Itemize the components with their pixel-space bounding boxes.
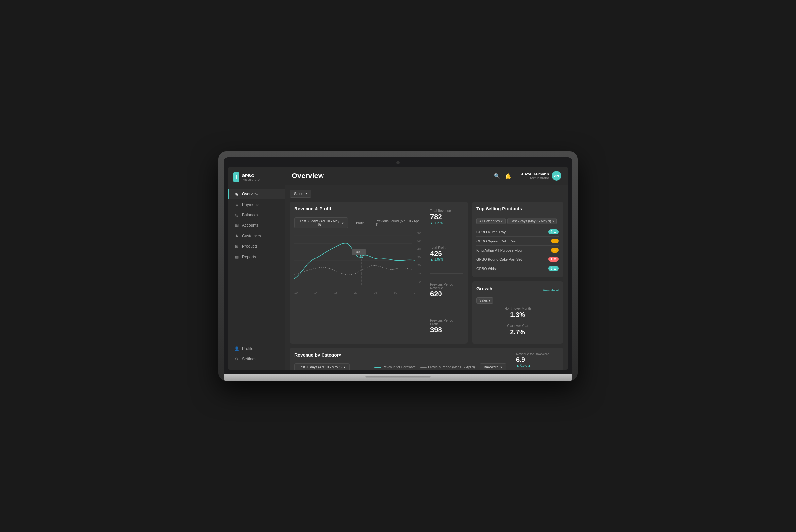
rev-cat-date-label: Last 30 days (Apr 10 - May 9) bbox=[299, 365, 342, 369]
bakeware-line-indicator bbox=[375, 367, 381, 368]
stat-divider bbox=[430, 309, 463, 309]
sales-filter-label: Sales bbox=[294, 192, 303, 196]
category-filter-dropdown[interactable]: All Categories ▾ bbox=[476, 218, 506, 224]
sidebar-item-label: Overview bbox=[242, 192, 259, 196]
total-profit-value: 426 bbox=[430, 250, 463, 257]
sales-filter-dropdown[interactable]: Sales ▾ bbox=[290, 190, 311, 198]
product-name: GPBO Square Cake Pan bbox=[476, 239, 516, 243]
app-name: GPBO bbox=[242, 173, 261, 178]
chevron-down-icon: ▾ bbox=[552, 219, 554, 223]
prev-revenue-value: 620 bbox=[430, 290, 463, 298]
sidebar-item-overview[interactable]: ◉ Overview bbox=[228, 189, 285, 200]
product-name: GPBO Muffin Tray bbox=[476, 230, 506, 234]
growth-card-header: Growth View detail bbox=[476, 286, 559, 294]
mom-value: 1.3% bbox=[476, 311, 559, 319]
sidebar-logo: GPBO Pittsburgh, PA bbox=[228, 167, 285, 186]
mom-label: Month-over-Month bbox=[476, 307, 559, 310]
legend-profit-label: Profit bbox=[356, 221, 363, 225]
chart-section: Revenue & Profit Last 30 days (Apr 10 - … bbox=[290, 202, 425, 344]
revenue-profit-title: Revenue & Profit bbox=[295, 206, 331, 211]
rev-cat-date-dropdown[interactable]: Last 30 days (Apr 10 - May 9) ▾ bbox=[295, 363, 349, 369]
bakeware-revenue-stat: Revenue for Bakeware 6.9 ▲ 0.5K ▲ bbox=[516, 352, 559, 367]
products-date-label: Last 7 days (May 3 - May 9) bbox=[510, 219, 551, 223]
camera-notch bbox=[396, 161, 400, 164]
revenue-category-title: Revenue by Category bbox=[295, 352, 341, 358]
prev-line-indicator bbox=[420, 367, 427, 368]
total-profit-stat: Total Profit 426 ▲ 1.07% bbox=[430, 246, 463, 262]
sidebar-item-customers[interactable]: ♟ Customers bbox=[228, 231, 285, 241]
sidebar-item-profile[interactable]: 👤 Profile bbox=[228, 343, 285, 354]
user-name: Alexe Heimann bbox=[521, 172, 549, 176]
stat-divider bbox=[430, 273, 463, 273]
product-badge: — bbox=[551, 239, 559, 244]
profile-icon: 👤 bbox=[234, 346, 239, 351]
sidebar-item-balances[interactable]: ◎ Balances bbox=[228, 210, 285, 220]
growth-filter-label: Sales bbox=[479, 299, 488, 302]
balances-icon: ◎ bbox=[234, 213, 239, 217]
sidebar-nav: ◉ Overview ≡ Payments ◎ Balances ▦ Accou… bbox=[228, 186, 285, 341]
overview-icon: ◉ bbox=[234, 192, 239, 196]
sidebar-item-label: Customers bbox=[242, 234, 261, 238]
sidebar-item-accounts[interactable]: ▦ Accounts bbox=[228, 220, 285, 231]
category-select-dropdown[interactable]: Bakeware ▾ bbox=[480, 363, 506, 369]
prev-revenue-stat: Previous Period - Revenue 620 bbox=[430, 283, 463, 298]
topbar: Overview 🔍 🔔 Alexe Heimann Administrator… bbox=[285, 167, 568, 185]
total-revenue-stat: Total Revenue 782 ▲ 1.26% bbox=[430, 209, 463, 225]
products-date-dropdown[interactable]: Last 7 days (May 3 - May 9) ▾ bbox=[508, 218, 557, 224]
content-area: Sales ▾ Revenue & Profit bbox=[285, 185, 568, 369]
chevron-down-icon: ▾ bbox=[500, 365, 502, 369]
user-info: Alexe Heimann Administrator AH bbox=[521, 171, 562, 181]
sidebar-item-label: Accounts bbox=[242, 223, 258, 228]
growth-card: Growth View detail Sales ▾ Month-over-Mo… bbox=[472, 281, 563, 344]
user-text: Alexe Heimann Administrator bbox=[521, 172, 549, 180]
product-row: GPBO Square Cake Pan — bbox=[476, 236, 559, 246]
laptop-bottom bbox=[224, 374, 572, 381]
user-avatar[interactable]: AH bbox=[552, 171, 562, 181]
top-products-card: Top Selling Products All Categories ▾ La… bbox=[472, 202, 563, 278]
notifications-button[interactable]: 🔔 bbox=[505, 173, 511, 179]
stat-divider bbox=[430, 236, 463, 237]
growth-title: Growth bbox=[476, 286, 492, 291]
top-products-title: Top Selling Products bbox=[476, 206, 522, 211]
product-badge: 3 ▲ bbox=[548, 266, 559, 271]
legend-previous: Previous Period (Mar 10 - Apr 9) bbox=[368, 219, 420, 226]
main-content: Overview 🔍 🔔 Alexe Heimann Administrator… bbox=[285, 167, 568, 369]
logo-text: GPBO Pittsburgh, PA bbox=[242, 173, 261, 182]
product-row: GPBO Whisk 3 ▲ bbox=[476, 264, 559, 273]
laptop-hinge bbox=[365, 376, 431, 378]
legend-profit: Profit bbox=[348, 219, 363, 226]
rev-cat-stats-section: Revenue for Bakeware 6.9 ▲ 0.5K ▲ P bbox=[511, 348, 563, 369]
category-select-label: Bakeware bbox=[484, 365, 498, 369]
view-detail-link[interactable]: View detail bbox=[543, 288, 559, 292]
profit-line-indicator bbox=[348, 223, 355, 223]
search-button[interactable]: 🔍 bbox=[494, 173, 500, 179]
sidebar-item-payments[interactable]: ≡ Payments bbox=[228, 200, 285, 210]
revenue-date-dropdown[interactable]: Last 30 days (Apr 10 - May 9) ▾ bbox=[295, 217, 348, 228]
chart-header: Revenue & Profit bbox=[295, 206, 420, 215]
revenue-date-label: Last 30 days (Apr 10 - May 9) bbox=[299, 219, 340, 226]
topbar-right: 🔍 🔔 Alexe Heimann Administrator AH bbox=[494, 171, 562, 181]
sidebar-item-label: Settings bbox=[242, 357, 256, 361]
growth-filter-dropdown[interactable]: Sales ▾ bbox=[476, 297, 493, 304]
user-role: Administrator bbox=[521, 176, 549, 180]
mom-metric: Month-over-Month 1.3% bbox=[476, 307, 559, 319]
chevron-down-icon: ▾ bbox=[489, 299, 491, 302]
product-name: King Arthur All-Purpose Flour bbox=[476, 248, 523, 252]
category-filter-label: All Categories bbox=[479, 219, 500, 223]
legend-bakeware: Revenue for Bakeware bbox=[375, 363, 416, 369]
chevron-down-icon: ▾ bbox=[501, 219, 503, 223]
sidebar-item-label: Balances bbox=[242, 213, 258, 217]
bakeware-revenue-change: ▲ 0.5K ▲ bbox=[516, 364, 559, 367]
accounts-icon: ▦ bbox=[234, 223, 239, 228]
bakeware-revenue-value: 6.9 bbox=[516, 357, 559, 363]
sidebar-item-reports[interactable]: ▤ Reports bbox=[228, 252, 285, 262]
laptop-screen: GPBO Pittsburgh, PA ◉ Overview ≡ Payment… bbox=[228, 167, 568, 369]
rev-cat-chart-section: Revenue by Category Last 30 days (Apr 10… bbox=[290, 348, 511, 369]
reports-icon: ▤ bbox=[234, 254, 239, 259]
product-badge: 2 ▲ bbox=[548, 229, 559, 234]
sidebar-item-settings[interactable]: ⚙ Settings bbox=[228, 354, 285, 364]
previous-line-indicator bbox=[368, 223, 375, 223]
chevron-down-icon: ▾ bbox=[344, 365, 345, 369]
product-row: GPBO Muffin Tray 2 ▲ bbox=[476, 227, 559, 236]
sidebar-item-products[interactable]: ⊞ Products bbox=[228, 241, 285, 252]
